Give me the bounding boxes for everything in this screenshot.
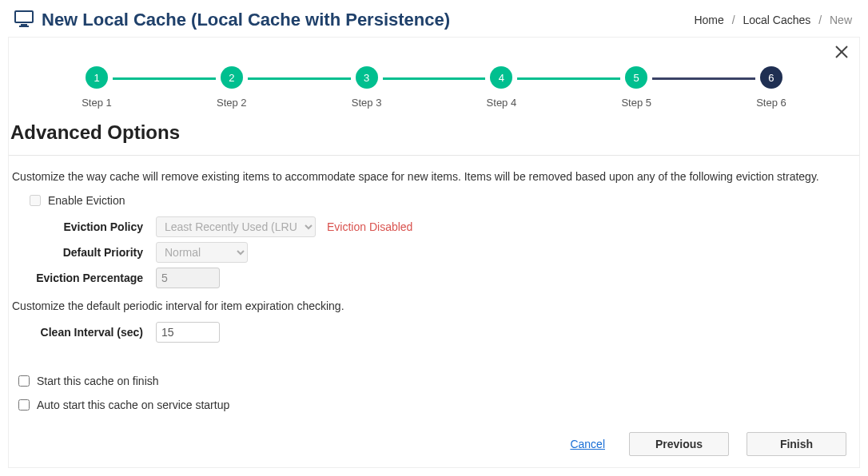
stepper: 1 Step 1 2 Step 2 3 Step 3 4 Step 4 5 St…: [9, 46, 859, 113]
svg-rect-2: [19, 26, 29, 27]
eviction-percentage-label: Eviction Percentage: [12, 272, 156, 284]
enable-eviction-label: Enable Eviction: [48, 194, 125, 207]
monitor-icon: [14, 10, 34, 30]
step-3[interactable]: 3 Step 3: [351, 66, 383, 109]
clean-interval-label: Clean Interval (sec): [12, 326, 156, 339]
eviction-policy-select[interactable]: Least Recently Used (LRU): [156, 216, 316, 237]
clean-interval-input[interactable]: [156, 322, 220, 343]
previous-button[interactable]: Previous: [629, 432, 729, 456]
breadcrumb: Home / Local Caches / New: [694, 14, 852, 26]
step-1[interactable]: 1 Step 1: [81, 66, 113, 109]
auto-start-checkbox[interactable]: [18, 399, 30, 411]
step-5[interactable]: 5 Step 5: [620, 66, 652, 109]
default-priority-select[interactable]: Normal: [156, 242, 248, 263]
interval-description: Customize the default periodic interval …: [12, 299, 856, 312]
eviction-percentage-input[interactable]: [156, 268, 220, 288]
step-4[interactable]: 4 Step 4: [485, 66, 517, 109]
close-icon[interactable]: [834, 44, 850, 62]
eviction-description: Customize the way cache will remove exis…: [12, 170, 856, 183]
step-6[interactable]: 6 Step 6: [755, 66, 787, 109]
breadcrumb-local-caches[interactable]: Local Caches: [743, 14, 810, 26]
start-on-finish-row: Start this cache on finish: [15, 373, 856, 389]
cancel-link[interactable]: Cancel: [570, 438, 605, 450]
start-on-finish-checkbox[interactable]: [18, 375, 30, 387]
start-on-finish-label: Start this cache on finish: [37, 375, 159, 387]
svg-rect-1: [21, 24, 27, 26]
auto-start-row: Auto start this cache on service startup: [15, 397, 856, 413]
default-priority-label: Default Priority: [12, 246, 156, 259]
breadcrumb-home[interactable]: Home: [694, 14, 723, 26]
enable-eviction-row: Enable Eviction: [26, 192, 856, 208]
auto-start-label: Auto start this cache on service startup: [37, 399, 229, 411]
enable-eviction-checkbox[interactable]: [30, 195, 41, 206]
step-2[interactable]: 2 Step 2: [216, 66, 248, 109]
finish-button[interactable]: Finish: [747, 432, 846, 456]
eviction-policy-label: Eviction Policy: [12, 220, 156, 233]
eviction-disabled-warning: Eviction Disabled: [327, 220, 412, 233]
page-title: New Local Cache (Local Cache with Persis…: [42, 10, 450, 30]
section-title: Advanced Options: [9, 121, 859, 144]
svg-rect-0: [15, 11, 33, 22]
breadcrumb-current: New: [830, 14, 852, 26]
